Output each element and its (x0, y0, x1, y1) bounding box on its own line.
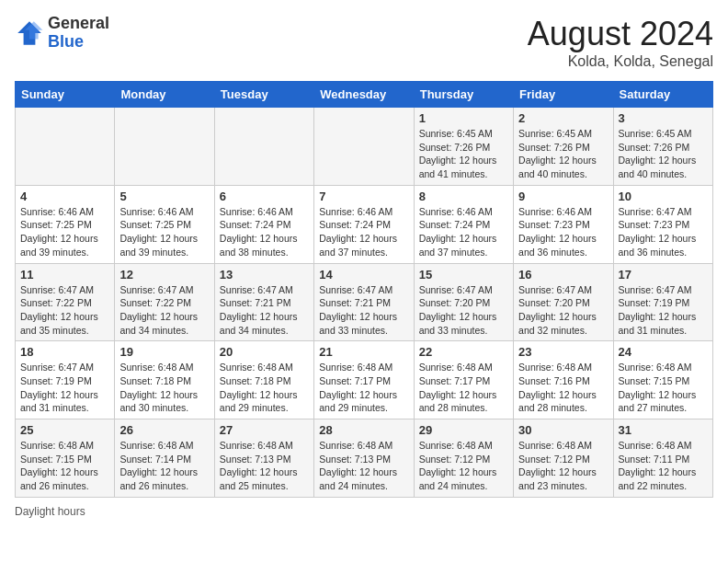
day-info: Sunrise: 6:46 AM Sunset: 7:25 PM Dayligh… (119, 205, 209, 259)
calendar-cell: 18Sunrise: 6:47 AM Sunset: 7:19 PM Dayli… (16, 341, 115, 419)
day-info: Sunrise: 6:45 AM Sunset: 7:26 PM Dayligh… (419, 127, 508, 181)
day-number: 29 (419, 423, 508, 437)
col-wednesday: Wednesday (314, 82, 414, 108)
col-saturday: Saturday (613, 82, 712, 108)
calendar-cell: 5Sunrise: 6:46 AM Sunset: 7:25 PM Daylig… (115, 185, 214, 263)
calendar-cell: 13Sunrise: 6:47 AM Sunset: 7:21 PM Dayli… (214, 263, 313, 341)
calendar-cell (214, 108, 313, 186)
logo: General Blue (15, 15, 109, 52)
day-number: 8 (419, 190, 508, 203)
calendar-cell: 4Sunrise: 6:46 AM Sunset: 7:25 PM Daylig… (16, 185, 115, 263)
day-number: 6 (220, 190, 309, 203)
day-info: Sunrise: 6:48 AM Sunset: 7:18 PM Dayligh… (119, 361, 209, 415)
day-info: Sunrise: 6:46 AM Sunset: 7:24 PM Dayligh… (419, 205, 508, 259)
calendar-cell: 30Sunrise: 6:48 AM Sunset: 7:12 PM Dayli… (514, 419, 613, 498)
day-number: 3 (619, 111, 708, 125)
day-number: 21 (319, 345, 408, 359)
day-info: Sunrise: 6:45 AM Sunset: 7:26 PM Dayligh… (619, 127, 708, 181)
day-info: Sunrise: 6:47 AM Sunset: 7:21 PM Dayligh… (220, 283, 309, 338)
day-number: 19 (119, 345, 209, 359)
day-info: Sunrise: 6:48 AM Sunset: 7:11 PM Dayligh… (619, 439, 708, 493)
day-info: Sunrise: 6:45 AM Sunset: 7:26 PM Dayligh… (518, 127, 608, 181)
logo-text: General Blue (48, 15, 109, 52)
week-row-3: 11Sunrise: 6:47 AM Sunset: 7:22 PM Dayli… (16, 263, 713, 341)
calendar-cell: 8Sunrise: 6:46 AM Sunset: 7:24 PM Daylig… (414, 185, 513, 263)
day-number: 4 (20, 190, 109, 203)
calendar-cell (115, 108, 214, 186)
week-row-1: 1Sunrise: 6:45 AM Sunset: 7:26 PM Daylig… (16, 108, 713, 186)
day-number: 30 (518, 423, 608, 437)
day-info: Sunrise: 6:47 AM Sunset: 7:22 PM Dayligh… (119, 283, 209, 338)
calendar-cell: 17Sunrise: 6:47 AM Sunset: 7:19 PM Dayli… (613, 263, 712, 341)
day-info: Sunrise: 6:48 AM Sunset: 7:18 PM Dayligh… (220, 361, 309, 415)
calendar-title: August 2024 (528, 15, 713, 53)
day-number: 26 (119, 423, 209, 437)
calendar-cell: 1Sunrise: 6:45 AM Sunset: 7:26 PM Daylig… (414, 108, 513, 186)
day-info: Sunrise: 6:47 AM Sunset: 7:19 PM Dayligh… (20, 361, 109, 415)
col-thursday: Thursday (414, 82, 513, 108)
day-info: Sunrise: 6:46 AM Sunset: 7:24 PM Dayligh… (220, 205, 309, 259)
day-info: Sunrise: 6:48 AM Sunset: 7:13 PM Dayligh… (220, 439, 309, 493)
calendar-cell: 29Sunrise: 6:48 AM Sunset: 7:12 PM Dayli… (414, 419, 513, 498)
day-info: Sunrise: 6:48 AM Sunset: 7:15 PM Dayligh… (20, 439, 109, 493)
calendar-subtitle: Kolda, Kolda, Senegal (528, 53, 713, 70)
calendar-cell: 25Sunrise: 6:48 AM Sunset: 7:15 PM Dayli… (16, 419, 115, 498)
calendar-cell: 28Sunrise: 6:48 AM Sunset: 7:13 PM Dayli… (314, 419, 414, 498)
day-info: Sunrise: 6:47 AM Sunset: 7:20 PM Dayligh… (518, 283, 608, 338)
calendar-cell: 22Sunrise: 6:48 AM Sunset: 7:17 PM Dayli… (414, 341, 513, 419)
day-number: 14 (319, 268, 408, 282)
calendar-cell: 6Sunrise: 6:46 AM Sunset: 7:24 PM Daylig… (214, 185, 313, 263)
header-row: Sunday Monday Tuesday Wednesday Thursday… (16, 82, 713, 108)
calendar-cell (314, 108, 414, 186)
day-info: Sunrise: 6:47 AM Sunset: 7:21 PM Dayligh… (319, 283, 408, 338)
calendar-body: 1Sunrise: 6:45 AM Sunset: 7:26 PM Daylig… (16, 108, 713, 498)
day-number: 12 (119, 268, 209, 282)
day-number: 20 (220, 345, 309, 359)
day-number: 15 (419, 268, 508, 282)
day-number: 11 (20, 268, 109, 282)
calendar-cell: 27Sunrise: 6:48 AM Sunset: 7:13 PM Dayli… (214, 419, 313, 498)
calendar-cell: 16Sunrise: 6:47 AM Sunset: 7:20 PM Dayli… (514, 263, 613, 341)
day-number: 1 (419, 111, 508, 125)
calendar-cell: 31Sunrise: 6:48 AM Sunset: 7:11 PM Dayli… (613, 419, 712, 498)
day-number: 23 (518, 345, 608, 359)
footer-text: Daylight hours (15, 505, 85, 518)
logo-blue: Blue (48, 32, 84, 51)
day-number: 9 (518, 190, 608, 203)
day-info: Sunrise: 6:46 AM Sunset: 7:25 PM Dayligh… (20, 205, 109, 259)
day-info: Sunrise: 6:48 AM Sunset: 7:17 PM Dayligh… (419, 361, 508, 415)
logo-icon (15, 18, 44, 48)
day-info: Sunrise: 6:48 AM Sunset: 7:17 PM Dayligh… (319, 361, 408, 415)
calendar-cell: 19Sunrise: 6:48 AM Sunset: 7:18 PM Dayli… (115, 341, 214, 419)
calendar-cell: 3Sunrise: 6:45 AM Sunset: 7:26 PM Daylig… (613, 108, 712, 186)
calendar-cell: 2Sunrise: 6:45 AM Sunset: 7:26 PM Daylig… (514, 108, 613, 186)
day-number: 17 (619, 268, 708, 282)
day-info: Sunrise: 6:48 AM Sunset: 7:12 PM Dayligh… (518, 439, 608, 493)
day-info: Sunrise: 6:47 AM Sunset: 7:23 PM Dayligh… (619, 205, 708, 259)
col-friday: Friday (514, 82, 613, 108)
day-info: Sunrise: 6:47 AM Sunset: 7:19 PM Dayligh… (619, 283, 708, 338)
calendar-cell: 23Sunrise: 6:48 AM Sunset: 7:16 PM Dayli… (514, 341, 613, 419)
day-number: 25 (20, 423, 109, 437)
day-info: Sunrise: 6:48 AM Sunset: 7:13 PM Dayligh… (319, 439, 408, 493)
calendar-table: Sunday Monday Tuesday Wednesday Thursday… (15, 81, 713, 498)
day-number: 10 (619, 190, 708, 203)
calendar-cell: 12Sunrise: 6:47 AM Sunset: 7:22 PM Dayli… (115, 263, 214, 341)
footer: Daylight hours (15, 505, 713, 518)
calendar-cell: 10Sunrise: 6:47 AM Sunset: 7:23 PM Dayli… (613, 185, 712, 263)
calendar-header: Sunday Monday Tuesday Wednesday Thursday… (16, 82, 713, 108)
day-info: Sunrise: 6:48 AM Sunset: 7:16 PM Dayligh… (518, 361, 608, 415)
calendar-cell: 7Sunrise: 6:46 AM Sunset: 7:24 PM Daylig… (314, 185, 414, 263)
day-number: 24 (619, 345, 708, 359)
title-block: August 2024 Kolda, Kolda, Senegal (528, 15, 713, 70)
calendar-cell: 11Sunrise: 6:47 AM Sunset: 7:22 PM Dayli… (16, 263, 115, 341)
day-number: 5 (119, 190, 209, 203)
col-monday: Monday (115, 82, 214, 108)
day-number: 18 (20, 345, 109, 359)
week-row-5: 25Sunrise: 6:48 AM Sunset: 7:15 PM Dayli… (16, 419, 713, 498)
calendar-cell: 21Sunrise: 6:48 AM Sunset: 7:17 PM Dayli… (314, 341, 414, 419)
calendar-cell: 14Sunrise: 6:47 AM Sunset: 7:21 PM Dayli… (314, 263, 414, 341)
day-info: Sunrise: 6:48 AM Sunset: 7:14 PM Dayligh… (119, 439, 209, 493)
day-number: 13 (220, 268, 309, 282)
week-row-4: 18Sunrise: 6:47 AM Sunset: 7:19 PM Dayli… (16, 341, 713, 419)
